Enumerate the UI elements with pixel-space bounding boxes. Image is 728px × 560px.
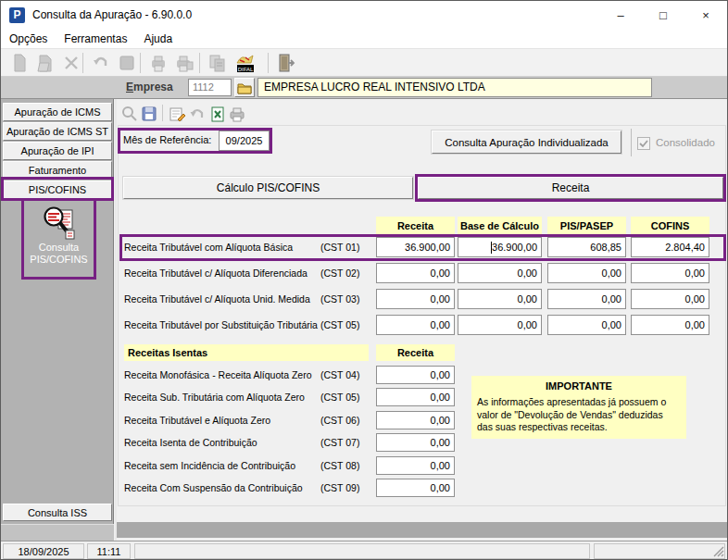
toolbar-separator [140,53,141,73]
receita-field[interactable]: 0,00 [376,433,455,452]
status-time: 11:11 [87,543,131,559]
notice-title: IMPORTANTE [477,380,681,392]
main-toolbar: DIFAL [1,49,727,77]
check-icon [638,138,649,149]
transfer-icon[interactable] [207,52,229,74]
difal-icon[interactable]: DIFAL [234,52,257,74]
toolbar-separator [82,53,83,73]
receita-field[interactable]: 0,00 [376,366,455,384]
toolbar-separator [199,53,200,73]
maximize-button[interactable]: □ [642,1,684,29]
statusbar: 18/09/2025 11:11 [1,541,727,560]
consolidado-label: Consolidado [656,137,715,148]
titlebar: P Consulta da Apuração - 6.90.0.0 – □ × [1,1,727,29]
row-cst: (CST 05) [320,315,359,335]
receita-field[interactable]: 0,00 [376,456,455,475]
consulta-pis-cofins-button[interactable]: Consulta PIS/COFINS [21,198,96,280]
row-cst: (CST 07) [320,433,359,452]
mes-referencia-field[interactable]: 09/2025 [219,131,270,151]
minimize-button[interactable]: – [599,1,642,29]
row-label: Receita Tributável c/ Alíquota Diferenci… [124,263,308,283]
status-date: 18/09/2025 [3,543,84,559]
table-row-cst02: Receita Tributável c/ Alíquota Diferenci… [117,263,728,283]
receita-field[interactable]: 0,00 [376,289,455,309]
notice-body: As informações apresentadas já possuem o… [477,396,681,434]
exit-icon[interactable] [275,52,297,74]
row-cst: (CST 08) [320,456,359,475]
mes-referencia-label: Mês de Referência: [123,134,211,145]
row-cst: (CST 02) [320,263,359,283]
consulta-button-label: Consulta PIS/COFINS [30,242,87,266]
pis-pasep-field[interactable]: 0,00 [547,263,626,283]
receita-field[interactable]: 0,00 [376,388,455,406]
receita-field[interactable]: 36.900,00 [376,237,455,257]
row-label: Receita Isenta de Contribuição [124,433,257,452]
menu-ajuda[interactable]: Ajuda [135,29,181,49]
export-excel-icon[interactable] [208,105,227,123]
cofins-field[interactable]: 0,00 [631,263,709,283]
print-record-icon[interactable] [228,105,246,123]
sidebar-tab-apuracao-icms-st[interactable]: Apuração de ICMS ST [3,122,112,141]
consulta-individualizada-button[interactable]: Consulta Apuração Individualizada [432,131,621,154]
table-row-cst03: Receita Tributável c/ Alíquota Unid. Med… [117,289,728,309]
base-calculo-field[interactable]: 0,00 [458,289,542,309]
new-document-icon[interactable] [8,52,31,74]
toolbar-separator [268,53,269,73]
base-calculo-field[interactable]: 0,00 [458,315,542,335]
isentas-row-cst08: Receita sem Incidência de Contribuição (… [117,456,728,475]
base-calculo-field[interactable]: 0,00 [458,263,542,283]
toolbar-separator [162,105,163,121]
base-calculo-field[interactable]: 36.900,00 [458,237,542,257]
receita-field[interactable]: 0,00 [376,411,455,429]
receita-field[interactable]: 0,00 [376,315,455,335]
print-icon[interactable] [147,52,169,74]
cofins-field[interactable]: 0,00 [631,315,709,335]
sidebar-tab-apuracao-ipi[interactable]: Apuração de IPI [3,142,112,160]
edit-record-icon[interactable] [168,105,186,123]
pis-pasep-field[interactable]: 0,00 [547,315,626,335]
row-cst: (CST 09) [320,479,359,497]
open-document-icon[interactable] [34,52,56,74]
sidebar-tab-faturamento[interactable]: Faturamento [3,161,112,180]
close-button[interactable]: × [684,1,727,29]
browse-empresa-button[interactable] [234,78,255,97]
content-area: Mês de Referência: 09/2025 Consulta Apur… [117,99,728,541]
cofins-field[interactable]: 0,00 [631,289,709,309]
empresa-name-field[interactable]: EMPRESA LUCRO REAL INTENSIVO LTDA [257,78,652,97]
undo-icon[interactable] [90,52,112,74]
save-record-icon[interactable] [140,105,158,123]
sidebar: Apuração de ICMS Apuração de ICMS ST Apu… [1,99,114,541]
empresa-code-field[interactable]: 1112 [188,79,232,96]
row-label: Receita Tributável c/ Alíquota Unid. Med… [124,289,310,309]
row-cst: (CST 01) [320,237,359,257]
sidebar-tab-apuracao-icms[interactable]: Apuração de ICMS [3,103,112,121]
row-cst: (CST 05) [320,388,359,406]
filter-separator [631,129,632,156]
print-batch-icon[interactable] [173,52,195,74]
search-icon[interactable] [120,105,139,123]
menu-ferramentas[interactable]: Ferramentas [56,29,135,49]
consolidado-checkbox[interactable] [637,137,650,150]
undo-record-icon[interactable] [188,105,207,123]
sidebar-tab-pis-cofins[interactable]: PIS/COFINS [3,180,112,199]
save-icon[interactable] [116,52,138,74]
pis-pasep-field[interactable]: 608,85 [547,237,626,257]
sidebar-tab-consulta-iss[interactable]: Consulta ISS [3,504,112,521]
receita-field[interactable]: 0,00 [376,263,455,283]
menu-opcoes[interactable]: Opções [1,29,56,49]
tab-receita[interactable]: Receita [418,177,723,199]
empresa-bar: Empresa 1112 EMPRESA LUCRO REAL INTENSIV… [1,77,727,99]
resize-grip[interactable] [712,545,725,558]
row-cst: (CST 04) [320,366,359,384]
row-cst: (CST 06) [320,411,359,429]
pis-pasep-field[interactable]: 0,00 [547,289,626,309]
tab-calculo-pis-cofins[interactable]: Cálculo PIS/COFINS [123,177,413,199]
column-header-cofins: COFINS [631,217,709,234]
row-label: Receita Monofásica - Receita Alíquota Ze… [124,366,312,384]
row-cst: (CST 03) [320,289,359,309]
cofins-field[interactable]: 2.804,40 [631,237,709,257]
delete-icon[interactable] [60,52,82,74]
row-label: Receita Tributável por Substituição Trib… [124,315,318,335]
receita-field[interactable]: 0,00 [376,479,455,497]
app-icon: P [9,7,25,23]
